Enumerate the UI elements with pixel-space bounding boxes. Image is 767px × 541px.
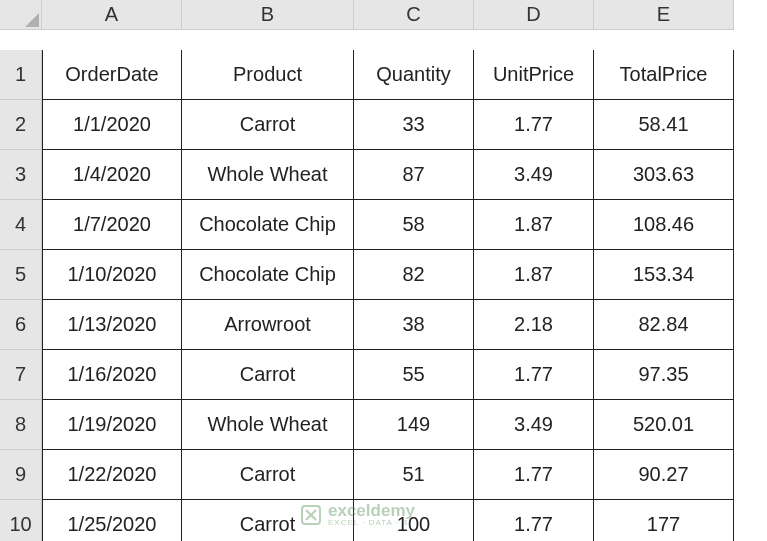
cell-A9[interactable]: 1/22/2020 [42, 450, 182, 500]
cell-C5[interactable]: 82 [354, 250, 474, 300]
cell-A4[interactable]: 1/7/2020 [42, 200, 182, 250]
cell-C3[interactable]: 87 [354, 150, 474, 200]
cell-D5[interactable]: 1.87 [474, 250, 594, 300]
cell-D4[interactable]: 1.87 [474, 200, 594, 250]
cell-D7[interactable]: 1.77 [474, 350, 594, 400]
row-header-8[interactable]: 8 [0, 400, 42, 450]
cell-D9[interactable]: 1.77 [474, 450, 594, 500]
row-header-9[interactable]: 9 [0, 450, 42, 500]
cell-E9[interactable]: 90.27 [594, 450, 734, 500]
column-header-A[interactable]: A [42, 0, 182, 30]
column-header-D[interactable]: D [474, 0, 594, 30]
cell-C7[interactable]: 55 [354, 350, 474, 400]
cell-D6[interactable]: 2.18 [474, 300, 594, 350]
cell-E3[interactable]: 303.63 [594, 150, 734, 200]
row-header-6[interactable]: 6 [0, 300, 42, 350]
row-header-3[interactable]: 3 [0, 150, 42, 200]
cell-B9[interactable]: Carrot [182, 450, 354, 500]
cell-C1[interactable]: Quantity [354, 50, 474, 100]
svg-marker-0 [25, 13, 39, 27]
cell-C6[interactable]: 38 [354, 300, 474, 350]
cell-A5[interactable]: 1/10/2020 [42, 250, 182, 300]
row-header-4[interactable]: 4 [0, 200, 42, 250]
cell-B8[interactable]: Whole Wheat [182, 400, 354, 450]
column-header-E[interactable]: E [594, 0, 734, 30]
cell-B10[interactable]: Carrot [182, 500, 354, 541]
row-header-2[interactable]: 2 [0, 100, 42, 150]
cell-A6[interactable]: 1/13/2020 [42, 300, 182, 350]
spreadsheet-grid: A B C D E 1 OrderDate Product Quantity U… [0, 0, 767, 541]
cell-D3[interactable]: 3.49 [474, 150, 594, 200]
cell-E7[interactable]: 97.35 [594, 350, 734, 400]
cell-C2[interactable]: 33 [354, 100, 474, 150]
cell-B6[interactable]: Arrowroot [182, 300, 354, 350]
cell-E2[interactable]: 58.41 [594, 100, 734, 150]
cell-D2[interactable]: 1.77 [474, 100, 594, 150]
cell-E6[interactable]: 82.84 [594, 300, 734, 350]
cell-D1[interactable]: UnitPrice [474, 50, 594, 100]
cell-A7[interactable]: 1/16/2020 [42, 350, 182, 400]
column-header-C[interactable]: C [354, 0, 474, 30]
cell-C4[interactable]: 58 [354, 200, 474, 250]
cell-C9[interactable]: 51 [354, 450, 474, 500]
cell-B2[interactable]: Carrot [182, 100, 354, 150]
row-header-1[interactable]: 1 [0, 50, 42, 100]
cell-A10[interactable]: 1/25/2020 [42, 500, 182, 541]
cell-B4[interactable]: Chocolate Chip [182, 200, 354, 250]
cell-A3[interactable]: 1/4/2020 [42, 150, 182, 200]
cell-B3[interactable]: Whole Wheat [182, 150, 354, 200]
cell-B7[interactable]: Carrot [182, 350, 354, 400]
cell-E4[interactable]: 108.46 [594, 200, 734, 250]
cell-A2[interactable]: 1/1/2020 [42, 100, 182, 150]
cell-A8[interactable]: 1/19/2020 [42, 400, 182, 450]
select-all-corner[interactable] [0, 0, 42, 30]
cell-B1[interactable]: Product [182, 50, 354, 100]
row-header-7[interactable]: 7 [0, 350, 42, 400]
cell-E10[interactable]: 177 [594, 500, 734, 541]
row-header-5[interactable]: 5 [0, 250, 42, 300]
cell-E8[interactable]: 520.01 [594, 400, 734, 450]
select-all-icon [25, 13, 39, 27]
cell-D10[interactable]: 1.77 [474, 500, 594, 541]
cell-E1[interactable]: TotalPrice [594, 50, 734, 100]
cell-C8[interactable]: 149 [354, 400, 474, 450]
column-header-B[interactable]: B [182, 0, 354, 30]
cell-D8[interactable]: 3.49 [474, 400, 594, 450]
cell-C10[interactable]: 100 [354, 500, 474, 541]
cell-E5[interactable]: 153.34 [594, 250, 734, 300]
row-header-10[interactable]: 10 [0, 500, 42, 541]
cell-B5[interactable]: Chocolate Chip [182, 250, 354, 300]
cell-A1[interactable]: OrderDate [42, 50, 182, 100]
